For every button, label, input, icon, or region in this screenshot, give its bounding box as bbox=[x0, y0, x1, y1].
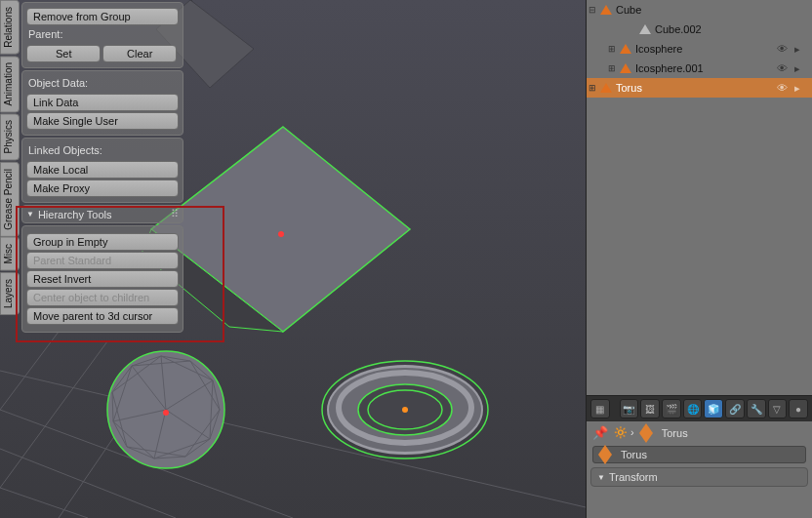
remove-from-group-button[interactable]: Remove from Group bbox=[26, 8, 179, 25]
svg-point-38 bbox=[402, 407, 408, 413]
restrict-select-icon[interactable]: ▸ bbox=[794, 62, 806, 74]
outliner-label: Cube bbox=[616, 4, 641, 16]
context-layers-icon[interactable]: 🖼 bbox=[640, 399, 660, 418]
svg-line-6 bbox=[59, 361, 166, 518]
svg-line-0 bbox=[0, 371, 586, 507]
mesh-icon bbox=[639, 24, 651, 34]
outliner-row-torus[interactable]: ⊞ Torus 👁▸ bbox=[587, 78, 812, 98]
context-object-icon[interactable]: 🧊 bbox=[704, 399, 723, 418]
svg-line-1 bbox=[0, 410, 293, 518]
svg-line-25 bbox=[161, 356, 166, 410]
svg-point-11 bbox=[278, 231, 284, 237]
outliner-label: Torus bbox=[616, 82, 642, 94]
context-render-icon[interactable]: 📷 bbox=[620, 399, 639, 418]
outliner-row-icosphere001[interactable]: ⊞ Icosphere.001 👁▸ bbox=[587, 59, 812, 78]
parent-label: Parent: bbox=[26, 26, 179, 44]
link-data-button[interactable]: Link Data bbox=[26, 94, 179, 111]
svg-line-27 bbox=[166, 410, 210, 439]
svg-marker-13 bbox=[112, 356, 220, 458]
tab-physics[interactable]: Physics bbox=[0, 113, 20, 160]
svg-marker-7 bbox=[151, 127, 410, 332]
make-local-button[interactable]: Make Local bbox=[26, 161, 179, 179]
restrict-view-icon[interactable]: 👁 bbox=[777, 62, 789, 74]
svg-line-19 bbox=[113, 366, 132, 421]
expand-icon[interactable]: ⊟ bbox=[589, 5, 598, 15]
tab-misc[interactable]: Misc bbox=[0, 237, 20, 271]
svg-line-23 bbox=[127, 447, 185, 457]
expand-icon[interactable]: ⊞ bbox=[608, 63, 618, 73]
context-modifiers-icon[interactable]: 🔧 bbox=[747, 399, 766, 418]
svg-line-30 bbox=[132, 366, 166, 410]
svg-line-26 bbox=[166, 380, 213, 410]
group-in-empty-button[interactable]: Group in Empty bbox=[26, 233, 179, 251]
object-icon bbox=[600, 83, 612, 93]
svg-line-16 bbox=[210, 380, 213, 439]
object-icon bbox=[639, 423, 653, 443]
svg-line-21 bbox=[190, 361, 220, 410]
svg-point-32 bbox=[322, 361, 488, 458]
outliner[interactable]: ⊟ Cube Cube.002 ⊞ Icosphere 👁▸ ⊞ Icosphe… bbox=[587, 0, 812, 395]
parent-clear-button[interactable]: Clear bbox=[102, 45, 177, 62]
tab-layers[interactable]: Layers bbox=[0, 272, 20, 315]
restrict-view-icon[interactable]: 👁 bbox=[777, 43, 789, 55]
move-parent-cursor-button[interactable]: Move parent to 3d cursor bbox=[26, 307, 179, 325]
breadcrumb-object: Torus bbox=[662, 427, 688, 439]
restrict-view-icon[interactable]: 👁 bbox=[777, 82, 789, 94]
tab-grease-pencil[interactable]: Grease Pencil bbox=[0, 162, 20, 237]
svg-line-22 bbox=[185, 410, 220, 457]
outliner-row-cube002[interactable]: Cube.002 bbox=[587, 20, 812, 39]
context-scene-icon[interactable]: 🎬 bbox=[662, 399, 681, 418]
tool-tabs: Relations Animation Physics Grease Penci… bbox=[0, 0, 20, 518]
tool-panel: Remove from Group Parent: SetClear Objec… bbox=[20, 0, 185, 335]
expand-icon[interactable]: ⊞ bbox=[589, 83, 598, 93]
svg-line-14 bbox=[112, 356, 161, 392]
context-material-icon[interactable]: ● bbox=[789, 399, 808, 418]
properties-header: ▦ 📷 🖼 🎬 🌐 🧊 🔗 🔧 ▽ ● bbox=[587, 396, 812, 421]
make-single-user-button[interactable]: Make Single User bbox=[26, 112, 179, 130]
outliner-label: Cube.002 bbox=[655, 23, 702, 35]
breadcrumb-icon: 🔆 › bbox=[614, 426, 634, 439]
svg-line-18 bbox=[113, 421, 154, 458]
object-icon bbox=[600, 5, 612, 15]
outliner-row-cube[interactable]: ⊟ Cube bbox=[587, 0, 812, 20]
hierarchy-tools-header[interactable]: Hierarchy Tools ⠿ bbox=[21, 205, 183, 223]
svg-line-15 bbox=[161, 356, 213, 380]
svg-line-24 bbox=[112, 392, 127, 447]
editor-type-icon[interactable]: ▦ bbox=[590, 399, 610, 418]
svg-line-17 bbox=[154, 439, 210, 458]
restrict-select-icon[interactable]: ▸ bbox=[794, 82, 806, 94]
pin-icon[interactable]: 📌 bbox=[592, 425, 608, 440]
outliner-label: Icosphere bbox=[635, 43, 682, 55]
outliner-label: Icosphere.001 bbox=[635, 62, 704, 74]
tab-animation[interactable]: Animation bbox=[0, 56, 20, 112]
make-proxy-button[interactable]: Make Proxy bbox=[26, 179, 179, 197]
parent-standard-button[interactable]: Parent Standard bbox=[26, 252, 179, 269]
svg-point-36 bbox=[368, 390, 442, 429]
svg-point-35 bbox=[358, 384, 452, 435]
outliner-row-icosphere[interactable]: ⊞ Icosphere 👁▸ bbox=[587, 39, 812, 59]
svg-line-29 bbox=[113, 410, 166, 421]
object-data-label: Object Data: bbox=[26, 75, 179, 93]
expand-icon[interactable]: ⊞ bbox=[608, 44, 618, 54]
properties-panel: ▦ 📷 🖼 🎬 🌐 🧊 🔗 🔧 ▽ ● 📌 🔆 › Torus Torus Tr… bbox=[587, 396, 812, 518]
object-name-field[interactable]: Torus bbox=[592, 446, 806, 463]
svg-point-34 bbox=[329, 368, 481, 452]
tab-relations[interactable]: Relations bbox=[0, 0, 20, 55]
object-icon bbox=[620, 44, 631, 54]
svg-point-37 bbox=[339, 373, 471, 443]
svg-line-20 bbox=[132, 361, 190, 366]
svg-line-2 bbox=[0, 449, 176, 518]
svg-point-33 bbox=[327, 365, 483, 455]
svg-line-9 bbox=[190, 0, 234, 54]
context-world-icon[interactable]: 🌐 bbox=[683, 399, 703, 418]
context-data-icon[interactable]: ▽ bbox=[768, 399, 788, 418]
svg-point-31 bbox=[163, 410, 169, 416]
reset-invert-button[interactable]: Reset Invert bbox=[26, 270, 179, 288]
restrict-select-icon[interactable]: ▸ bbox=[794, 43, 806, 55]
center-object-button[interactable]: Center object to children bbox=[26, 289, 179, 306]
parent-set-button[interactable]: Set bbox=[26, 45, 101, 62]
linked-objects-label: Linked Objects: bbox=[26, 142, 179, 160]
object-icon bbox=[620, 63, 631, 73]
context-constraints-icon[interactable]: 🔗 bbox=[725, 399, 745, 418]
transform-panel-header[interactable]: Transform bbox=[590, 467, 808, 487]
